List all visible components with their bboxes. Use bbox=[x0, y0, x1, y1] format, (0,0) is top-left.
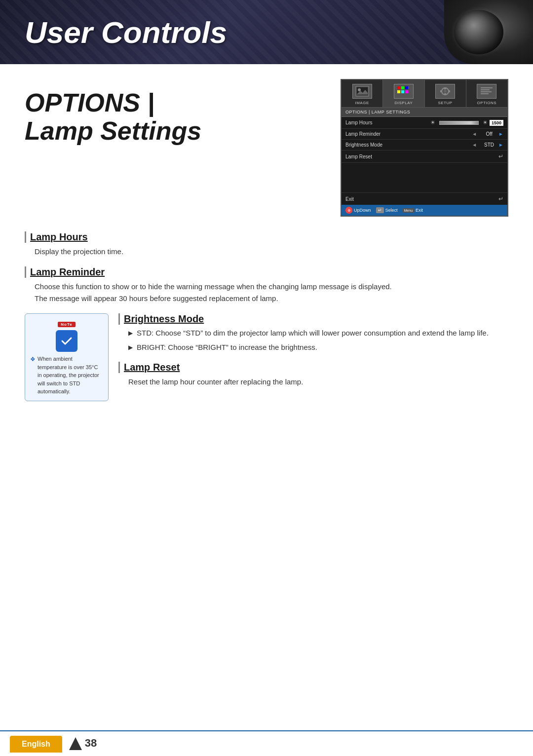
options-icon bbox=[477, 84, 496, 99]
nav-menu: Menu Exit bbox=[403, 208, 423, 213]
note-box: NoTe ❖ When ambient temperature is over … bbox=[25, 313, 109, 401]
tab-setup-label: SETUP bbox=[438, 101, 453, 105]
lamp-reset-label: Lamp Reset bbox=[345, 154, 498, 159]
svg-rect-13 bbox=[440, 90, 442, 92]
bullet-arrow-2: ▶ bbox=[128, 343, 133, 352]
lamp-reminder-section: Lamp Reminder Choose this function to sh… bbox=[25, 266, 508, 304]
menu-tabs: IMAGE DISPLAY bbox=[342, 80, 507, 108]
lamp-reminder-text2: The message will appear 30 hours before … bbox=[25, 293, 508, 304]
svg-rect-5 bbox=[401, 86, 404, 89]
bottom-nav: ⊕ UpDown ↵ Select Menu Exit bbox=[342, 205, 507, 216]
display-icon bbox=[394, 84, 414, 99]
brightness-mode-value: STD bbox=[482, 142, 496, 148]
lamp-hours-row: Lamp Hours ☀ ☀ 1500 bbox=[342, 117, 507, 129]
submenu-title: OPTIONS | LAMP SETTINGS bbox=[342, 108, 507, 117]
tab-image-label: IMAGE bbox=[355, 101, 369, 105]
svg-rect-19 bbox=[481, 93, 489, 94]
menu-empty-space bbox=[342, 163, 507, 192]
updown-icon: ⊕ bbox=[345, 207, 352, 214]
lamp-reminder-label: Lamp Reminder bbox=[345, 131, 472, 137]
lamp-hours-text: Display the projection time. bbox=[25, 246, 508, 258]
svg-rect-17 bbox=[481, 89, 490, 90]
lamp-reminder-heading: Lamp Reminder bbox=[25, 266, 508, 278]
brightness-left-arrow: ◄ bbox=[472, 142, 477, 148]
main-content: OPTIONS | Lamp Settings IMAGE bbox=[0, 64, 533, 416]
lamp-reminder-text1: Choose this function to show or to hide … bbox=[25, 281, 508, 293]
svg-rect-11 bbox=[444, 87, 446, 89]
menu-icon: Menu bbox=[403, 208, 415, 213]
svg-point-15 bbox=[444, 90, 447, 93]
lamp-max-icon: ☀ bbox=[483, 119, 488, 126]
lamp-hours-label: Lamp Hours bbox=[345, 120, 428, 125]
left-arrow-icon: ◄ bbox=[472, 131, 477, 137]
exit-enter-icon: ↵ bbox=[498, 195, 503, 202]
lamp-bar bbox=[439, 121, 479, 125]
bullet-arrow-1: ▶ bbox=[128, 329, 133, 338]
brightness-mode-section: Brightness Mode ▶ STD: Choose “STD” to d… bbox=[118, 313, 508, 353]
select-icon: ↵ bbox=[376, 207, 384, 213]
tab-display[interactable]: DISPLAY bbox=[383, 80, 424, 107]
options-title: OPTIONS | Lamp Settings bbox=[25, 79, 326, 145]
content-sections: Lamp Hours Display the projection time. … bbox=[25, 231, 508, 401]
right-arrow-icon: ► bbox=[498, 131, 503, 137]
tab-options[interactable]: OPTIONS bbox=[466, 80, 507, 107]
footer: English 38 bbox=[0, 730, 533, 756]
exit-label: Exit bbox=[345, 196, 498, 202]
svg-rect-8 bbox=[401, 90, 404, 93]
nav-select: ↵ Select bbox=[376, 207, 398, 213]
svg-rect-14 bbox=[448, 90, 450, 92]
page-title: User Controls bbox=[25, 15, 227, 50]
setup-icon bbox=[435, 84, 455, 99]
svg-rect-4 bbox=[397, 86, 400, 89]
svg-rect-18 bbox=[481, 91, 492, 92]
lamp-hours-section: Lamp Hours Display the projection time. bbox=[25, 231, 508, 258]
lamp-reset-heading: Lamp Reset bbox=[118, 362, 508, 373]
svg-rect-9 bbox=[405, 90, 408, 93]
lamp-min-icon: ☀ bbox=[430, 119, 435, 126]
svg-marker-20 bbox=[69, 737, 82, 750]
nav-updown: ⊕ UpDown bbox=[345, 207, 371, 214]
tab-setup[interactable]: SETUP bbox=[425, 80, 466, 107]
tab-image[interactable]: IMAGE bbox=[342, 80, 383, 107]
brightness-mode-label: Brightness Mode bbox=[345, 142, 472, 148]
lamp-hours-heading: Lamp Hours bbox=[25, 231, 508, 243]
note-content-wrapper: NoTe ❖ When ambient temperature is over … bbox=[25, 313, 508, 401]
exit-row: Exit ↵ bbox=[342, 192, 507, 205]
svg-rect-16 bbox=[481, 87, 493, 88]
image-icon bbox=[352, 84, 372, 99]
brightness-right-arrow: ► bbox=[498, 142, 503, 148]
ui-panel: IMAGE DISPLAY bbox=[341, 79, 508, 217]
lamp-reminder-row: Lamp Reminder ◄ Off ► bbox=[342, 129, 507, 140]
title-section: OPTIONS | Lamp Settings IMAGE bbox=[25, 79, 508, 217]
enter-icon: ↵ bbox=[498, 153, 503, 160]
footer-language: English bbox=[10, 736, 62, 753]
note-bullet: ❖ When ambient temperature is over 35°C … bbox=[30, 355, 103, 396]
note-label: NoTe bbox=[58, 322, 75, 327]
lamp-reset-section: Lamp Reset Reset the lamp hour counter a… bbox=[118, 362, 508, 388]
footer-page-number: 38 bbox=[68, 736, 97, 751]
brightness-mode-row: Brightness Mode ◄ STD ► bbox=[342, 140, 507, 151]
lens-decoration bbox=[444, 0, 533, 64]
page-header: User Controls bbox=[0, 0, 533, 64]
note-checkmark-box bbox=[56, 330, 77, 352]
svg-rect-7 bbox=[397, 90, 400, 93]
svg-rect-12 bbox=[444, 93, 446, 95]
note-sidebar: NoTe ❖ When ambient temperature is over … bbox=[25, 313, 109, 401]
lamp-reminder-value: Off bbox=[482, 131, 496, 137]
tab-display-label: DISPLAY bbox=[395, 101, 413, 105]
tab-options-label: OPTIONS bbox=[477, 101, 497, 105]
main-sections: Brightness Mode ▶ STD: Choose “STD” to d… bbox=[118, 313, 508, 401]
brightness-bullet-2: ▶ BRIGHT: Choose “BRIGHT” to increase th… bbox=[118, 342, 508, 353]
note-text: When ambient temperature is over 35°C in… bbox=[38, 355, 103, 396]
lamp-reset-row: Lamp Reset ↵ bbox=[342, 151, 507, 163]
brightness-mode-heading: Brightness Mode bbox=[118, 313, 508, 325]
lamp-reset-text: Reset the lamp hour counter after replac… bbox=[118, 376, 508, 388]
svg-rect-6 bbox=[405, 86, 408, 89]
brightness-bullet-1: ▶ STD: Choose “STD” to dim the projector… bbox=[118, 328, 508, 339]
lamp-hours-value: 1500 bbox=[490, 120, 503, 126]
